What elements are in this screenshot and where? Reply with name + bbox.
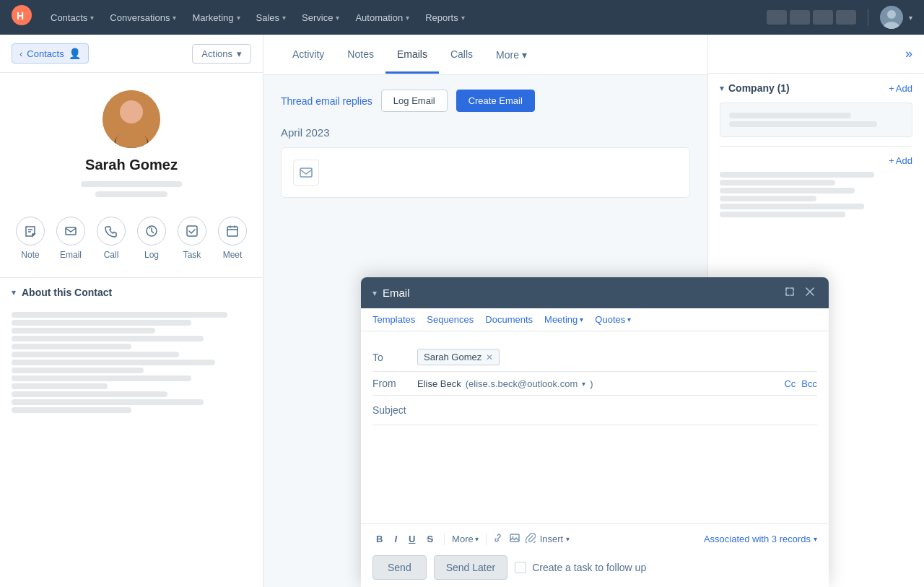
- follow-up-checkbox[interactable]: [515, 562, 526, 573]
- svg-text:H: H: [17, 10, 24, 22]
- send-later-button[interactable]: Send Later: [434, 555, 508, 580]
- close-modal-button[interactable]: [803, 284, 817, 301]
- italic-button[interactable]: I: [391, 531, 401, 547]
- user-avatar[interactable]: [880, 6, 903, 29]
- topnav-contacts[interactable]: Contacts ▾: [43, 8, 101, 27]
- templates-tool[interactable]: Templates: [372, 314, 415, 325]
- format-divider-2: [486, 534, 487, 545]
- about-header[interactable]: ▾ About this Contact: [12, 287, 251, 298]
- right-sidebar-header: »: [708, 35, 924, 73]
- contact-info-skeleton-1: [81, 181, 182, 187]
- company-title: ▾ Company (1): [720, 82, 790, 94]
- format-divider: [444, 534, 445, 545]
- contact-info-skeleton-2: [95, 191, 167, 197]
- right-add-section: + Add: [720, 146, 912, 217]
- tab-more[interactable]: More ▾: [484, 38, 539, 72]
- topnav-tool-1[interactable]: [767, 10, 787, 25]
- documents-tool[interactable]: Documents: [485, 314, 533, 325]
- format-bar: B I U S More ▾: [372, 531, 817, 547]
- note-icon: [16, 217, 45, 245]
- meet-action[interactable]: Meet: [218, 217, 247, 260]
- back-to-contacts-button[interactable]: ‹ Contacts 👤: [12, 43, 89, 64]
- call-icon: [97, 217, 126, 245]
- tab-calls[interactable]: Calls: [439, 37, 484, 74]
- tab-notes[interactable]: Notes: [336, 37, 385, 74]
- associated-records-button[interactable]: Associated with 3 records ▾: [704, 534, 817, 544]
- actions-button[interactable]: Actions ▾: [192, 44, 251, 64]
- insert-button[interactable]: Insert ▾: [540, 534, 570, 544]
- create-email-button[interactable]: Create Email: [456, 90, 535, 112]
- email-actions-row: Thread email replies Log Email Create Em…: [281, 90, 690, 112]
- topnav-tool-3[interactable]: [813, 10, 833, 25]
- from-label: From: [372, 378, 409, 389]
- topnav-tool-4[interactable]: [836, 10, 856, 25]
- log-icon: [137, 217, 166, 245]
- topnav-marketing[interactable]: Marketing ▾: [185, 8, 247, 27]
- log-email-button[interactable]: Log Email: [381, 90, 448, 112]
- company-header: ▾ Company (1) + Add: [720, 82, 912, 94]
- subject-field-row: Subject: [372, 396, 817, 425]
- sequences-tool[interactable]: Sequences: [427, 314, 474, 325]
- quotes-tool[interactable]: Quotes ▾: [595, 314, 631, 325]
- task-action[interactable]: Task: [178, 217, 206, 260]
- underline-button[interactable]: U: [405, 531, 419, 547]
- meet-label: Meet: [223, 250, 243, 260]
- topnav-tool-2[interactable]: [790, 10, 810, 25]
- topnav-service[interactable]: Service ▾: [295, 8, 346, 27]
- image-icon[interactable]: [510, 533, 520, 545]
- to-value: Sarah Gomez ✕: [417, 349, 817, 365]
- task-label: Task: [183, 250, 201, 260]
- compose-header-right: [783, 284, 817, 301]
- send-button[interactable]: Send: [372, 555, 427, 580]
- topnav-automation[interactable]: Automation ▾: [348, 8, 417, 27]
- add-second-button[interactable]: + Add: [889, 155, 912, 166]
- tab-activity[interactable]: Activity: [281, 37, 336, 74]
- chevron-down-icon: ▾: [12, 287, 16, 297]
- bold-button[interactable]: B: [372, 531, 386, 547]
- hubspot-logo[interactable]: H: [12, 5, 32, 30]
- chevron-down-icon: ▾: [522, 49, 527, 61]
- cc-button[interactable]: Cc: [784, 378, 796, 389]
- email-action[interactable]: Email: [56, 217, 85, 260]
- meeting-tool[interactable]: Meeting ▾: [544, 314, 583, 325]
- add-company-button[interactable]: + Add: [889, 83, 912, 94]
- expand-icon[interactable]: »: [905, 46, 912, 61]
- subject-input[interactable]: [417, 401, 817, 419]
- call-action[interactable]: Call: [97, 217, 126, 260]
- email-icon: [56, 217, 85, 245]
- recipient-tag: Sarah Gomez ✕: [417, 349, 500, 365]
- contact-avatar: [103, 90, 160, 148]
- strikethrough-button[interactable]: S: [423, 531, 437, 547]
- chevron-down-icon: ▾: [475, 535, 479, 543]
- more-format-button[interactable]: More ▾: [452, 534, 479, 544]
- from-dropdown-button[interactable]: ▾: [582, 380, 585, 388]
- contact-name: Sarah Gomez: [85, 157, 178, 173]
- topnav-sales[interactable]: Sales ▾: [249, 8, 294, 27]
- tabs-bar: Activity Notes Emails Calls More ▾: [263, 35, 707, 75]
- log-label: Log: [144, 250, 159, 260]
- compose-content-area[interactable]: [372, 425, 817, 512]
- bcc-button[interactable]: Bcc: [801, 378, 817, 389]
- compose-footer: B I U S More ▾: [361, 523, 829, 587]
- topnav-conversations[interactable]: Conversations ▾: [103, 8, 183, 27]
- chevron-down-icon: ▾: [580, 316, 583, 323]
- expand-modal-button[interactable]: [783, 284, 797, 301]
- note-action[interactable]: Note: [16, 217, 45, 260]
- compose-header[interactable]: ▾ Email: [361, 277, 829, 308]
- compose-toolbar: Templates Sequences Documents Meeting ▾ …: [361, 308, 829, 331]
- tab-emails[interactable]: Emails: [385, 37, 439, 74]
- from-email: (elise.s.beck@outlook.com: [466, 378, 578, 389]
- chevron-down-icon: ▾: [336, 14, 339, 22]
- chevron-down-icon: ▾: [461, 14, 465, 22]
- log-action[interactable]: Log: [137, 217, 166, 260]
- remove-recipient-button[interactable]: ✕: [486, 352, 493, 362]
- about-section: ▾ About this Contact: [0, 277, 263, 427]
- from-info: Elise Beck (elise.s.beck@outlook.com ▾ ): [417, 378, 775, 389]
- svg-rect-13: [300, 168, 312, 177]
- email-compose-modal: ▾ Email Templates Sequences Documents Me…: [361, 277, 829, 587]
- email-card: [281, 147, 690, 198]
- topnav-reports[interactable]: Reports ▾: [418, 8, 472, 27]
- attachment-icon[interactable]: [526, 533, 536, 545]
- link-icon[interactable]: [494, 533, 504, 545]
- svg-rect-11: [187, 226, 197, 236]
